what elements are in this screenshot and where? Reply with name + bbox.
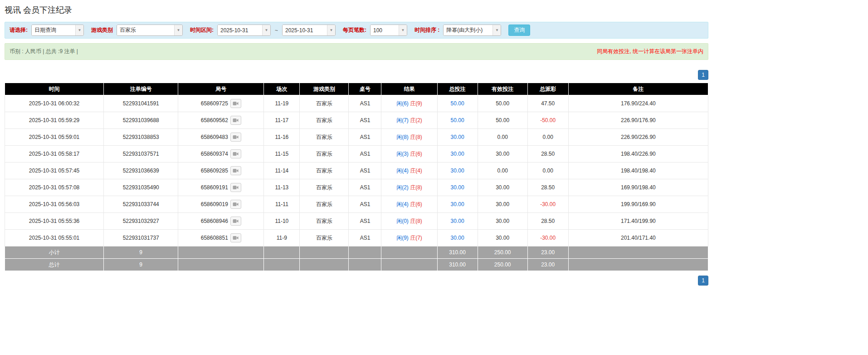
video-replay-button[interactable] [230,233,241,242]
video-replay-button[interactable] [230,149,241,158]
table-footer: 小计9310.00250.0023.00总计9310.00250.0023.00 [5,247,708,271]
round-id-wrap: 658608851 [201,233,241,242]
cell-valid-bet: 30.00 [478,213,527,230]
footer-cell [178,259,264,271]
records-table: 时间注单编号局号场次游戏类别桌号结果总投注有效投注总派彩备注 2025-10-3… [5,83,708,271]
cell-total-bet: 30.00 [437,129,478,146]
page-size-label: 每页笔数: [343,26,366,34]
total-bet-link[interactable]: 30.00 [451,218,464,224]
date-from-input[interactable] [218,25,262,35]
video-camera-icon [233,101,239,106]
round-id-text: 658609191 [201,184,228,191]
round-id-wrap: 658609285 [201,166,241,175]
table-row: 2025-10-31 05:56:03522931033744658609019… [5,196,708,213]
currency-total-info: 币别 : 人民币 | 总共 :9 注单 | [10,48,78,55]
chevron-down-icon[interactable]: ▼ [327,25,335,35]
cell-game-type: 百家乐 [300,146,349,163]
video-replay-button[interactable] [230,183,241,192]
round-id-wrap: 658609019 [201,200,241,209]
video-camera-icon [233,219,239,223]
footer-cell: 9 [104,259,178,271]
total-bet-link[interactable]: 50.00 [451,117,464,123]
cell-time: 2025-10-31 05:55:36 [5,213,104,230]
cell-total-bet: 30.00 [437,196,478,213]
total-bet-link[interactable]: 50.00 [451,100,464,107]
cell-bet-id: 522931036639 [104,163,178,179]
page-size-combobox: ▼ [370,25,407,36]
round-id-text: 658609483 [201,134,228,140]
total-bet-link[interactable]: 30.00 [451,168,464,174]
player-result: 闲(4) [396,168,409,174]
video-replay-button[interactable] [230,200,241,209]
footer-cell: 250.00 [478,259,527,271]
table-row: 2025-10-31 05:57:45522931036639658609285… [5,163,708,179]
video-replay-button[interactable] [230,217,241,226]
cell-result: 闲(7) 庄(2) [381,112,437,129]
footer-cell: 总计 [5,259,104,271]
total-bet-link[interactable]: 30.00 [451,184,464,191]
footer-cell: 23.00 [527,247,568,259]
cell-result: 闲(0) 庄(8) [381,213,437,230]
cell-result: 闲(9) 庄(7) [381,230,437,247]
cell-valid-bet: 30.00 [478,230,527,247]
cell-valid-bet: 30.00 [478,179,527,196]
total-bet-link[interactable]: 30.00 [451,201,464,207]
banker-result: 庄(8) [410,184,422,191]
date-to-input[interactable] [283,25,327,35]
page-size-input[interactable] [371,25,399,35]
chevron-down-icon[interactable]: ▼ [493,25,501,35]
cell-round-id: 658608851 [178,230,264,247]
player-result: 闲(8) [396,134,409,140]
footer-cell [178,247,264,259]
cell-game-type: 百家乐 [300,230,349,247]
cell-payout: 0.00 [527,163,568,179]
page-number-button[interactable]: 1 [698,276,708,286]
cell-remark: 171.40/199.90 [568,213,708,230]
cell-table-no: AS1 [349,196,381,213]
date-from-combobox: ▼ [217,25,271,36]
column-header: 总派彩 [527,83,568,95]
chevron-down-icon[interactable]: ▼ [262,25,270,35]
cell-time: 2025-10-31 05:59:29 [5,112,104,129]
cell-result: 闲(3) 庄(6) [381,146,437,163]
query-mode-input[interactable] [32,25,75,35]
betting-records-page: 视讯 会员下注纪录 请选择: ▼ 游戏类别 ▼ 时间区间: ▼ ~ ▼ 每页笔数… [5,5,708,286]
cell-table-no: AS1 [349,146,381,163]
total-row: 总计9310.00250.0023.00 [5,259,708,271]
game-type-input[interactable] [117,25,174,35]
video-replay-button[interactable] [230,133,241,142]
date-to-combobox: ▼ [282,25,336,36]
cell-payout: 28.50 [527,179,568,196]
cell-result: 闲(6) 庄(9) [381,95,437,112]
time-sort-input[interactable] [444,25,493,35]
search-button[interactable]: 查询 [508,25,530,36]
video-replay-button[interactable] [230,99,241,108]
chevron-down-icon[interactable]: ▼ [174,25,182,35]
cell-bet-id: 522931033744 [104,196,178,213]
footer-cell: 23.00 [527,259,568,271]
video-replay-button[interactable] [230,116,241,125]
video-replay-button[interactable] [230,166,241,175]
total-bet-link[interactable]: 30.00 [451,134,464,140]
banker-result: 庄(8) [410,134,422,140]
table-row: 2025-10-31 05:59:01522931038853658609483… [5,129,708,146]
cell-round-id: 658609562 [178,112,264,129]
cell-session: 11-10 [264,213,300,230]
table-head: 时间注单编号局号场次游戏类别桌号结果总投注有效投注总派彩备注 [5,83,708,95]
round-id-text: 658608946 [201,218,228,224]
banker-result: 庄(7) [410,235,422,241]
page-number-button[interactable]: 1 [698,70,708,80]
cell-time: 2025-10-31 05:57:08 [5,179,104,196]
cell-round-id: 658609725 [178,95,264,112]
cell-valid-bet: 0.00 [478,129,527,146]
chevron-down-icon[interactable]: ▼ [399,25,407,35]
cell-valid-bet: 50.00 [478,95,527,112]
footer-cell [568,259,708,271]
cell-result: 闲(4) 庄(4) [381,163,437,179]
total-bet-link[interactable]: 30.00 [451,235,464,241]
total-bet-link[interactable]: 30.00 [451,151,464,157]
player-result: 闲(4) [396,201,409,207]
column-header: 结果 [381,83,437,95]
player-result: 闲(3) [396,151,409,157]
chevron-down-icon[interactable]: ▼ [75,25,83,35]
